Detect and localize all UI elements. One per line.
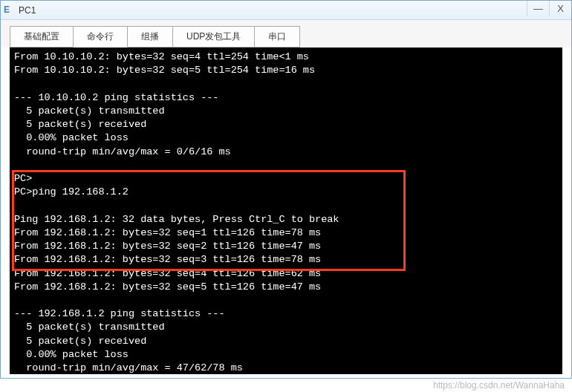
tab-udp-tool[interactable]: UDP发包工具 <box>172 26 255 48</box>
titlebar-buttons: — X <box>527 1 571 16</box>
terminal-line: 5 packet(s) received <box>14 119 146 130</box>
window-title: PC1 <box>19 5 36 16</box>
tab-basic-config[interactable]: 基础配置 <box>10 26 74 48</box>
app-window: E PC1 — X 基础配置 命令行 组播 UDP发包工具 串口 From 10… <box>0 0 572 379</box>
titlebar[interactable]: E PC1 — X <box>1 1 571 20</box>
watermark: https://blog.csdn.net/WannaHaha <box>433 380 565 391</box>
terminal-line: From 192.168.1.2: bytes=32 seq=3 ttl=126… <box>14 254 321 265</box>
terminal-line: From 10.10.10.2: bytes=32 seq=5 ttl=254 … <box>14 65 315 76</box>
tab-multicast[interactable]: 组播 <box>127 26 173 48</box>
tab-serial[interactable]: 串口 <box>254 26 300 48</box>
terminal-line: From 192.168.1.2: bytes=32 seq=5 ttl=126… <box>14 281 321 293</box>
tab-cli[interactable]: 命令行 <box>73 26 128 48</box>
terminal-line: Ping 192.168.1.2: 32 data bytes, Press C… <box>14 214 339 225</box>
terminal-line: From 192.168.1.2: bytes=32 seq=1 ttl=126… <box>14 227 321 238</box>
terminal-line: round-trip min/avg/max = 0/6/16 ms <box>14 146 231 157</box>
close-button[interactable]: X <box>549 1 571 16</box>
terminal-line: 0.00% packet loss <box>14 349 129 360</box>
terminal-line: From 192.168.1.2: bytes=32 seq=4 ttl=126… <box>14 268 321 279</box>
terminal-line: round-trip min/avg/max = 47/62/78 ms <box>14 362 243 373</box>
app-icon: E <box>4 4 16 16</box>
terminal-line: From 10.10.10.2: bytes=32 seq=4 ttl=254 … <box>14 51 309 62</box>
terminal-line: --- 192.168.1.2 ping statistics --- <box>14 308 225 319</box>
terminal-line: PC> <box>14 173 32 184</box>
minimize-button[interactable]: — <box>527 1 549 16</box>
terminal-line: 0.00% packet loss <box>14 132 129 143</box>
terminal-line: 5 packet(s) transmitted <box>14 321 165 333</box>
terminal-line: --- 10.10.10.2 ping statistics --- <box>14 92 218 103</box>
terminal-line: PC>ping 192.168.1.2 <box>14 186 129 197</box>
terminal-line: 5 packet(s) received <box>14 336 146 347</box>
terminal-line: 5 packet(s) transmitted <box>14 105 165 117</box>
terminal-output[interactable]: From 10.10.10.2: bytes=32 seq=4 ttl=254 … <box>10 48 562 374</box>
terminal-line: From 192.168.1.2: bytes=32 seq=2 ttl=126… <box>14 241 321 252</box>
tab-bar: 基础配置 命令行 组播 UDP发包工具 串口 <box>1 20 571 48</box>
